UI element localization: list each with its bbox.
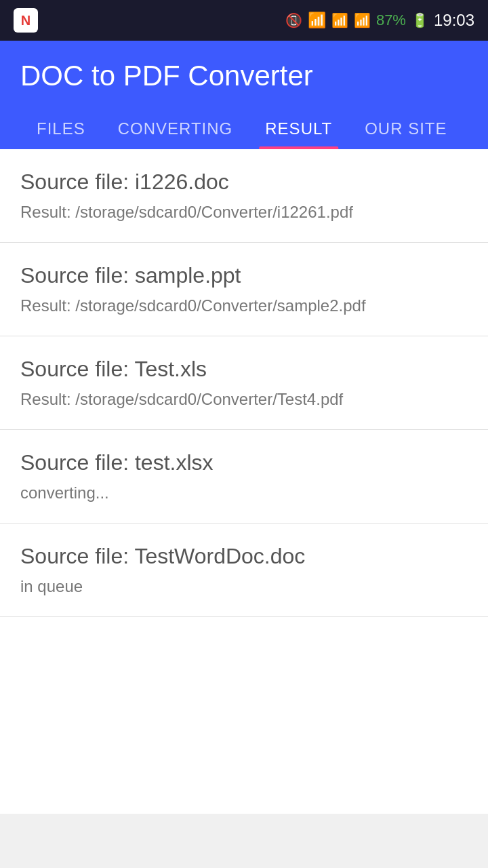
tab-files[interactable]: FILES bbox=[20, 108, 102, 149]
signal-icon-2: 📶 bbox=[354, 12, 371, 28]
result-list: Source file: i1226.doc Result: /storage/… bbox=[0, 149, 488, 814]
tab-result[interactable]: RESULT bbox=[249, 108, 348, 149]
file-source-5: Source file: TestWordDoc.doc bbox=[20, 544, 468, 569]
file-result-3: Result: /storage/sdcard0/Converter/Test4… bbox=[20, 390, 468, 409]
phone-icon: 📵 bbox=[285, 12, 302, 28]
status-bar: N 📵 📶 📶 📶 87% 🔋 19:03 bbox=[0, 0, 488, 41]
wifi-icon: 📶 bbox=[308, 12, 326, 29]
file-source-2: Source file: sample.ppt bbox=[20, 263, 468, 288]
list-item: Source file: i1226.doc Result: /storage/… bbox=[0, 149, 488, 243]
file-result-1: Result: /storage/sdcard0/Converter/i1226… bbox=[20, 203, 468, 222]
clock: 19:03 bbox=[434, 11, 474, 30]
app-icon: N bbox=[14, 8, 38, 33]
signal-icon: 📶 bbox=[331, 12, 348, 28]
battery-indicator: 87% bbox=[376, 12, 406, 29]
file-status-4: converting... bbox=[20, 484, 468, 502]
list-item: Source file: Test.xls Result: /storage/s… bbox=[0, 336, 488, 430]
app-header: DOC to PDF Converter FILES CONVERTING RE… bbox=[0, 41, 488, 149]
tab-converting[interactable]: CONVERTING bbox=[102, 108, 249, 149]
file-status-5: in queue bbox=[20, 577, 468, 596]
file-source-1: Source file: i1226.doc bbox=[20, 170, 468, 195]
file-result-2: Result: /storage/sdcard0/Converter/sampl… bbox=[20, 296, 468, 315]
app-title: DOC to PDF Converter bbox=[20, 60, 468, 108]
file-source-3: Source file: Test.xls bbox=[20, 357, 468, 382]
list-item: Source file: test.xlsx converting... bbox=[0, 430, 488, 524]
list-item: Source file: TestWordDoc.doc in queue bbox=[0, 524, 488, 617]
status-bar-left: N bbox=[14, 8, 38, 33]
tab-our-site[interactable]: OUR SITE bbox=[348, 108, 463, 149]
list-item: Source file: sample.ppt Result: /storage… bbox=[0, 243, 488, 336]
tab-bar: FILES CONVERTING RESULT OUR SITE bbox=[20, 108, 468, 149]
battery-icon: 🔋 bbox=[411, 12, 428, 28]
status-bar-right: 📵 📶 📶 📶 87% 🔋 19:03 bbox=[285, 11, 474, 30]
file-source-4: Source file: test.xlsx bbox=[20, 450, 468, 475]
